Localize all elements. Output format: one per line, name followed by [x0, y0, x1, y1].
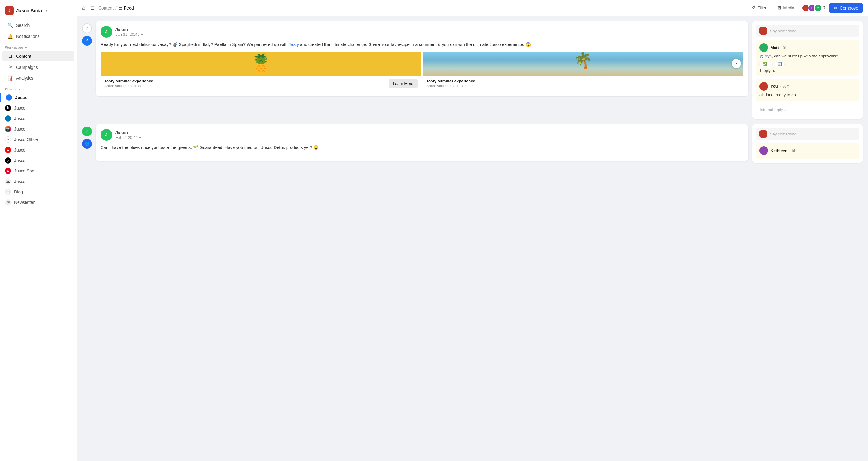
search-icon: 🔍	[7, 23, 13, 28]
post-card-1: J Jusco Jan 31, 20:46 ▾ ⋯ Ready for your…	[96, 21, 748, 96]
comment-input-1[interactable]: Say something...	[770, 29, 856, 33]
comment-input-2[interactable]: Say something...	[770, 132, 856, 136]
comment-matt-avatar	[760, 43, 768, 52]
comment-you-text: all done, ready to go	[760, 92, 856, 98]
channel-item-x[interactable]: 𝕏 Jusco	[0, 103, 77, 113]
avatar-3: M	[814, 4, 822, 12]
channel-item-tiktok[interactable]: ♪ Jusco	[0, 155, 77, 166]
comment-input-row-2[interactable]: Say something...	[756, 128, 859, 140]
sidebar-item-analytics[interactable]: 📊 Analytics	[2, 73, 74, 83]
sidebar-item-notifications[interactable]: 🔔 Notifications	[2, 31, 74, 42]
reply-toggle-matt[interactable]: 1 reply ▲	[760, 67, 856, 73]
card-title-1a: Tasty summer experience	[104, 79, 385, 83]
post-text-2: Can't have the blues once you taste the …	[100, 145, 743, 151]
channel-label-x: Jusco	[14, 105, 26, 111]
blog-channel-icon: 📄	[5, 189, 11, 195]
post-author-avatar-1: J	[100, 26, 112, 38]
filter-icon: ⚗	[752, 5, 756, 10]
sidebar: J Jusco Soda ▾ 🔍 Search 🔔 Notifications …	[0, 0, 77, 461]
post-row-1: ✓ f J Jusco Jan 31, 20:46 ▾ ⋯	[82, 21, 863, 119]
learn-more-button-1a[interactable]: Learn More	[389, 79, 417, 88]
channels-section-label: Channels ▾	[0, 84, 77, 92]
post-menu-button-1[interactable]: ⋯	[738, 28, 743, 35]
channel-item-pinterest[interactable]: P Jusco Soda	[0, 166, 77, 176]
checkmark-icon-2: ✓	[85, 129, 89, 134]
channel-item-generic[interactable]: ☁ Jusco	[0, 176, 77, 187]
post-date-2[interactable]: Feb 2, 20:41 ▾	[115, 135, 141, 140]
comment-kathleen-author: Kathleen	[771, 148, 787, 153]
channel-label-tiktok: Jusco	[14, 158, 26, 163]
member-avatars[interactable]: J K M 7	[802, 4, 826, 12]
card-subtitle-1b: Share your recipe in comme...	[426, 84, 740, 88]
date-chevron-icon-2: ▾	[139, 135, 141, 140]
brand-chevron-icon: ▾	[45, 9, 48, 13]
post-approve-button-2[interactable]: ✓	[82, 126, 92, 136]
sidebar-item-content[interactable]: ⊞ Content	[2, 51, 74, 61]
sidebar-item-search[interactable]: 🔍 Search	[2, 20, 74, 31]
channel-item-google[interactable]: G Jusco Office	[0, 134, 77, 145]
checkmark-icon: ✓	[85, 26, 89, 31]
post-text-1: Ready for your next delicious vacay? 🧳 S…	[100, 41, 743, 48]
bell-icon: 🔔	[7, 34, 13, 39]
channel-item-newsletter[interactable]: ✉ Newsletter	[0, 197, 77, 208]
channel-item-youtube[interactable]: ▶ Jusco	[0, 145, 77, 155]
comment-you: You · 36m all done, ready to go	[756, 79, 859, 101]
post-author-name-2: Jusco	[115, 130, 141, 135]
internal-reply-input-1[interactable]: Internal reply...	[756, 104, 859, 115]
post-approve-button-1[interactable]: ✓	[82, 24, 92, 33]
media-button[interactable]: 🖼 Media	[774, 4, 798, 12]
reaction-checkmark[interactable]: ✅ 1	[760, 61, 773, 67]
newsletter-channel-icon: ✉	[5, 199, 11, 206]
flag-icon: 🏳	[7, 64, 13, 70]
comments-panel-1: Say something... Matt · 3h @Bryn, can we…	[752, 21, 863, 119]
comment-you-header: You · 36m	[760, 82, 856, 91]
post-platform-globe-2[interactable]: 🌐	[82, 139, 92, 149]
reaction-emoji-picker[interactable]: 🔄	[775, 61, 785, 67]
post-link-tasty[interactable]: Tasty	[289, 42, 299, 47]
post-card-overlay-1a: Tasty summer experience Share your recip…	[100, 75, 421, 91]
google-channel-icon: G	[5, 136, 11, 143]
channel-item-blog[interactable]: 📄 Blog	[0, 187, 77, 197]
active-channel-indicator	[0, 93, 1, 102]
compose-button[interactable]: ✏ Compose	[829, 3, 863, 13]
linkedin-channel-icon: in	[5, 115, 11, 122]
channel-item-instagram[interactable]: 📷 Jusco	[0, 124, 77, 134]
breadcrumb-parent[interactable]: Content	[98, 5, 114, 10]
sidebar-search-label: Search	[16, 23, 30, 28]
brand-logo-button[interactable]: J Jusco Soda ▾	[0, 4, 77, 20]
home-icon[interactable]: ⌂	[82, 5, 86, 11]
sidebar-item-campaigns[interactable]: 🏳 Campaigns	[2, 62, 74, 72]
post-images-1: 🍍 Tasty summer experience Share your rec…	[100, 52, 743, 91]
filter-button[interactable]: ⚗ Filter	[748, 4, 770, 12]
compose-icon: ✏	[834, 5, 838, 10]
channel-item-linkedin[interactable]: in Jusco	[0, 113, 77, 124]
carousel-next-button[interactable]: ›	[732, 59, 741, 68]
post-author-name-1: Jusco	[115, 27, 143, 32]
workspace-chevron-icon: ▾	[25, 46, 27, 50]
comment-you-time: · 36m	[780, 84, 789, 89]
comment-matt-reactions: ✅ 1 🔄	[760, 61, 856, 67]
comment-you-author: You	[771, 84, 778, 89]
post-menu-button-2[interactable]: ⋯	[738, 131, 743, 138]
comment-you-avatar	[760, 82, 768, 91]
tiktok-channel-icon: ♪	[5, 157, 11, 163]
sidebar-analytics-label: Analytics	[16, 75, 33, 81]
mention-bryn: @Bryn	[760, 54, 772, 58]
instagram-channel-icon: 📷	[5, 126, 11, 132]
member-count: 7	[823, 5, 826, 10]
channel-label-google: Jusco Office	[14, 137, 38, 142]
comment-input-row-1[interactable]: Say something...	[756, 25, 859, 37]
card-title-1b: Tasty summer experience	[426, 79, 740, 83]
channel-item-facebook[interactable]: f Jusco	[0, 92, 77, 103]
bar-chart-icon: 📊	[7, 75, 13, 81]
brand-icon: J	[5, 6, 13, 15]
facebook-icon: f	[86, 38, 88, 43]
post-status-col-2: ✓ 🌐	[82, 124, 92, 149]
sidebar-campaigns-label: Campaigns	[16, 65, 38, 70]
breadcrumb: Content / ▤ Feed	[98, 5, 134, 10]
post-status-col-1: ✓ f	[82, 21, 92, 46]
post-platform-facebook-1[interactable]: f	[82, 36, 92, 46]
comment-kathleen-avatar	[760, 146, 768, 155]
post-date-1[interactable]: Jan 31, 20:46 ▾	[115, 32, 143, 37]
layout-icon[interactable]: ⊟	[90, 5, 95, 11]
